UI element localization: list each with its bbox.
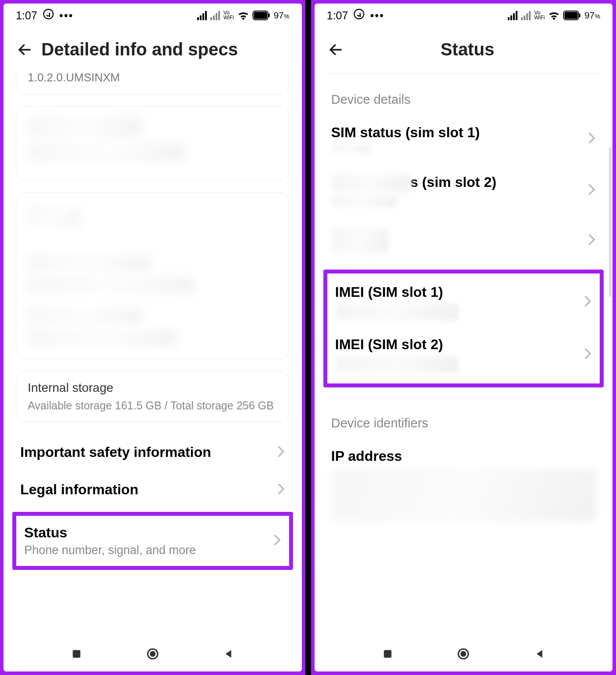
svg-rect-13 [384,650,391,657]
imei-highlight: IMEI (SIM slot 1) IMEI (SIM slot 2) [323,270,604,387]
svg-point-7 [150,652,155,656]
redacted-imei-1 [335,304,458,321]
redacted-value [331,144,371,153]
status-row[interactable]: Status Phone number, signal, and more [20,518,286,563]
nav-recent-button[interactable] [69,646,84,661]
redacted-row[interactable] [327,218,601,263]
nav-home-button[interactable] [456,646,471,661]
signal-sim2-icon [521,11,531,20]
imei-1-row[interactable]: IMEI (SIM slot 1) [331,276,597,328]
svg-rect-5 [73,650,81,657]
sim-status-1-row[interactable]: SIM status (sim slot 1) [327,114,601,164]
chevron-right-icon [277,445,285,460]
svg-rect-3 [268,14,270,17]
chevron-right-icon [277,483,285,497]
screenshot-divider [305,0,311,675]
imei-1-label: IMEI (SIM slot 1) [335,284,584,300]
signal-sim1-icon [197,11,207,20]
header: Status [315,27,613,68]
redacted-imei-2 [335,356,458,373]
more-icon: ••• [370,9,384,22]
page-title: Status [335,40,601,59]
nav-back-button[interactable] [532,646,547,661]
redacted-card-1 [16,106,290,181]
svg-point-15 [461,652,466,656]
status-highlight: Status Phone number, signal, and more [12,512,293,570]
ip-address-label: IP address [331,448,596,464]
svg-rect-2 [254,12,267,19]
vowifi-icon: VoWiFi [534,11,545,20]
redacted-ip-value [331,469,596,522]
signal-sim2-icon [210,11,220,20]
signal-sim1-icon [508,11,517,20]
chevron-right-icon [584,347,592,361]
chevron-right-icon [588,234,596,248]
wifi-icon [238,11,249,20]
battery-icon [253,11,270,20]
battery-icon [563,11,581,20]
status-bar: 1:07 ••• VoWiFi 97% [315,4,613,27]
scroll-indicator[interactable] [609,147,612,297]
sim-status-2-row[interactable]: s (sim slot 2) [327,164,601,218]
ip-address-row[interactable]: IP address [327,438,601,524]
nav-recent-button[interactable] [380,646,395,661]
chevron-right-icon [584,295,592,309]
nav-home-button[interactable] [145,646,160,661]
storage-title: Internal storage [28,381,278,395]
battery-percentage: 97% [584,10,600,21]
phone-left: 1:07 ••• VoWiFi 97% Detailed info and sp… [4,4,302,671]
storage-subtitle: Available storage 161.5 GB / Total stora… [28,399,278,412]
status-subtitle: Phone number, signal, and more [24,544,273,557]
safety-info-row[interactable]: Important safety information [16,434,290,471]
chevron-right-icon [588,132,596,146]
status-time: 1:07 [327,9,348,22]
redacted-label [331,228,389,253]
status-label: Status [24,525,273,541]
nav-bar [315,636,613,671]
sim-status-1-label: SIM status (sim slot 1) [331,124,588,141]
chevron-right-icon [588,183,596,197]
redacted-prefix [331,175,411,192]
redacted-value [331,196,397,207]
more-icon: ••• [59,9,73,22]
whatsapp-icon [43,8,54,22]
version-card: 1.0.2.0.UMSINXM [16,68,290,95]
storage-card[interactable]: Internal storage Available storage 161.5… [16,371,290,422]
header: Detailed info and specs [4,27,302,68]
safety-info-label: Important safety information [20,444,277,460]
wifi-icon [548,11,560,20]
imei-2-row[interactable]: IMEI (SIM slot 2) [331,328,597,381]
imei-2-label: IMEI (SIM slot 2) [335,336,584,353]
back-button[interactable] [16,41,33,58]
vowifi-icon: VoWiFi [224,11,234,20]
nav-bar [4,636,302,671]
phone-right: 1:07 ••• VoWiFi 97% Status Device d [315,4,613,671]
status-time: 1:07 [16,9,37,22]
svg-point-8 [354,9,364,19]
section-device-details: Device details [327,79,601,114]
sim-status-2-label: s (sim slot 2) [331,174,588,192]
battery-percentage: 97% [274,10,290,21]
whatsapp-icon [353,8,365,22]
status-bar: 1:07 ••• VoWiFi 97% [4,4,302,27]
page-title: Detailed info and specs [41,40,238,59]
section-device-identifiers: Device identifiers [327,403,601,438]
redacted-card-2 [16,192,290,359]
svg-rect-10 [565,12,578,19]
legal-info-label: Legal information [20,482,277,498]
svg-rect-11 [579,14,580,17]
nav-back-button[interactable] [221,646,236,661]
chevron-right-icon [273,534,281,548]
version-text: 1.0.2.0.UMSINXM [28,71,278,84]
legal-info-row[interactable]: Legal information [16,471,290,508]
svg-point-0 [44,9,53,19]
